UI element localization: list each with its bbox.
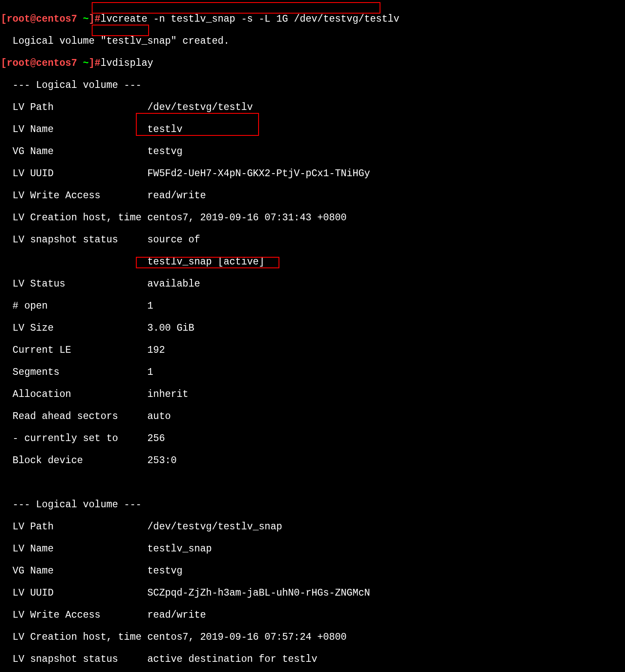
- lv2-path: LV Path /dev/testvg/testlv_snap: [1, 521, 624, 532]
- lv1-header: --- Logical volume ---: [1, 80, 624, 91]
- lv2-vg: VG Name testvg: [1, 565, 624, 576]
- prompt-hash: ]#: [89, 58, 101, 69]
- lv2-name: LV Name testlv_snap: [1, 543, 624, 554]
- lv2-snapshot-status: LV snapshot status active destination fo…: [1, 654, 624, 665]
- lv1-name: LV Name testlv: [1, 124, 624, 135]
- lv2-write-access: LV Write Access read/write: [1, 610, 624, 621]
- prompt-user: [root@centos7: [1, 58, 83, 69]
- lv1-path: LV Path /dev/testvg/testlv: [1, 102, 624, 113]
- cmd-line-1[interactable]: [root@centos7 ~]#lvcreate -n testlv_snap…: [1, 14, 624, 25]
- command-lvcreate: lvcreate -n testlv_snap -s -L 1G /dev/te…: [101, 14, 400, 25]
- lv1-open: # open 1: [1, 301, 624, 312]
- lv1-current-le: Current LE 192: [1, 345, 624, 356]
- lv1-uuid: LV UUID FW5Fd2-UeH7-X4pN-GKX2-PtjV-pCx1-…: [1, 168, 624, 179]
- command-lvdisplay: lvdisplay: [101, 58, 153, 69]
- lv1-allocation: Allocation inherit: [1, 389, 624, 400]
- prompt-hash: ]#: [89, 14, 101, 25]
- lv1-status: LV Status available: [1, 278, 624, 290]
- lv1-snapshot-status-1: LV snapshot status source of: [1, 234, 624, 245]
- lv1-currently-set: - currently set to 256: [1, 433, 624, 444]
- lv1-size: LV Size 3.00 GiB: [1, 323, 624, 334]
- lv2-header: --- Logical volume ---: [1, 499, 624, 510]
- lv2-creation-time: LV Creation host, time centos7, 2019-09-…: [1, 632, 624, 643]
- lv1-snapshot-status-2: testlv_snap [active]: [1, 256, 624, 267]
- blank-line: [1, 477, 624, 488]
- lv1-block-device: Block device 253:0: [1, 455, 624, 466]
- cmd-line-2[interactable]: [root@centos7 ~]#lvdisplay: [1, 58, 624, 69]
- lv1-vg: VG Name testvg: [1, 146, 624, 157]
- lv1-segments: Segments 1: [1, 367, 624, 378]
- prompt-user: [root@centos7: [1, 14, 83, 25]
- terminal-output: [root@centos7 ~]#lvcreate -n testlv_snap…: [0, 0, 625, 672]
- lv1-write-access: LV Write Access read/write: [1, 190, 624, 201]
- prompt-dir: ~: [83, 58, 89, 69]
- output-created: Logical volume "testlv_snap" created.: [1, 36, 624, 47]
- lv1-read-ahead: Read ahead sectors auto: [1, 411, 624, 422]
- lv1-creation-time: LV Creation host, time centos7, 2019-09-…: [1, 212, 624, 223]
- lv2-uuid: LV UUID SCZpqd-ZjZh-h3am-jaBL-uhN0-rHGs-…: [1, 588, 624, 599]
- prompt-dir: ~: [83, 14, 89, 25]
